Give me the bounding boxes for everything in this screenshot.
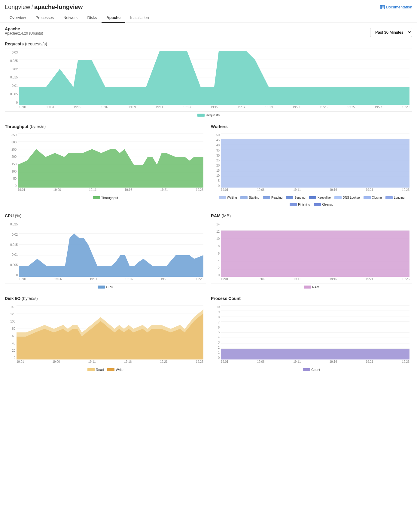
row-diskio-processcount: Disk I/O (bytes/s) 140120100806040200 [5, 296, 412, 371]
svg-marker-21 [18, 149, 203, 188]
throughput-title: Throughput (bytes/s) [5, 124, 206, 129]
requests-chart: 0.030.0250.020.0150.010.0050 [5, 48, 412, 112]
apache-name: Apache [5, 26, 43, 31]
cpu-chart-container: CPU (%) 0.0250.020.0150.010.0050 [5, 213, 206, 289]
diskio-chart-container: Disk I/O (bytes/s) 140120100806040200 [5, 296, 206, 371]
tab-network[interactable]: Network [59, 13, 83, 23]
ram-chart-container: RAM (MB) 14121086420 [211, 213, 412, 289]
requests-chart-container: Requests (requests/s) 0.030.0250.020.015… [5, 41, 412, 117]
row-cpu-ram: CPU (%) 0.0250.020.0150.010.0050 [5, 213, 412, 289]
page-title: Longview/apache-longview [5, 4, 83, 11]
row-throughput-workers: Throughput (bytes/s) 3503002502001501005… [5, 124, 412, 206]
cpu-title: CPU (%) [5, 213, 206, 218]
book-icon [380, 5, 385, 9]
requests-title: Requests (requests/s) [5, 41, 412, 46]
tab-apache[interactable]: Apache [102, 13, 125, 23]
svg-marker-49 [221, 231, 409, 277]
processcount-title: Process Count [211, 296, 412, 301]
ram-title: RAM (MB) [211, 213, 412, 218]
nav-tabs: Overview Processes Network Disks Apache … [0, 13, 417, 23]
workers-title: Workers [211, 124, 412, 129]
docs-link[interactable]: Documentation [380, 5, 412, 9]
requests-svg [19, 51, 409, 105]
apache-version: Apache/2.4.29 (Ubuntu) [5, 31, 43, 35]
svg-marker-59 [17, 309, 203, 359]
tab-processes[interactable]: Processes [31, 13, 59, 23]
throughput-chart-container: Throughput (bytes/s) 3503002502001501005… [5, 124, 206, 206]
workers-chart-container: Workers 50454035302520151050 [211, 124, 412, 206]
diskio-title: Disk I/O (bytes/s) [5, 296, 206, 301]
time-range-select[interactable]: Past 30 Minutes Past Hour Past 2 Hours P… [370, 28, 412, 37]
tab-installation[interactable]: Installation [125, 13, 154, 23]
tab-overview[interactable]: Overview [5, 13, 31, 23]
svg-marker-71 [221, 349, 409, 359]
tab-disks[interactable]: Disks [83, 13, 102, 23]
svg-marker-33 [221, 139, 409, 188]
processcount-chart-container: Process Count 109876543210 [211, 296, 412, 371]
requests-legend: Requests [5, 113, 412, 117]
